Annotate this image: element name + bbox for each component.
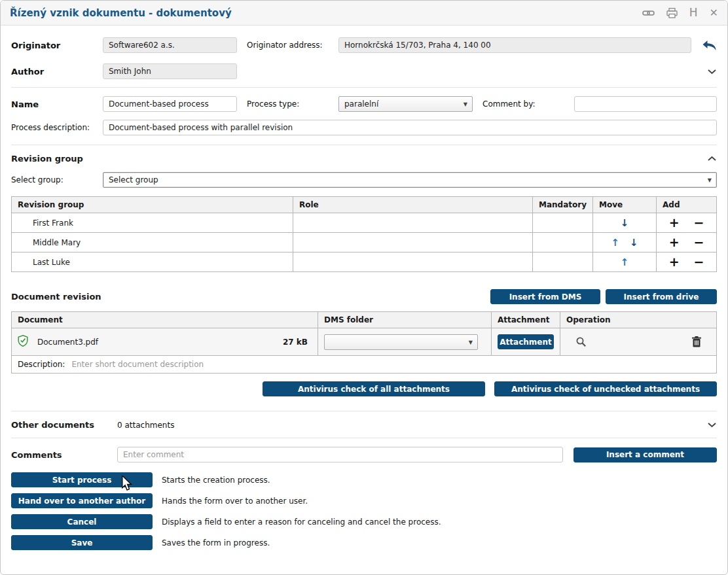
save-button[interactable]: Save	[11, 535, 153, 550]
revision-group-table: Revision group Role Mandatory Move Add F…	[11, 196, 717, 272]
attachment-cell: Attachment	[492, 328, 560, 356]
document-size: 27 kB	[283, 338, 312, 347]
history-icon[interactable]: H	[689, 7, 698, 18]
window: Řízený vznik dokumentu - dokumentový H ✕…	[0, 0, 728, 575]
description-cell: Description:	[12, 356, 717, 374]
cancel-button[interactable]: Cancel	[11, 514, 153, 529]
move-cell: ↑	[593, 253, 657, 272]
chevron-down-icon[interactable]	[707, 422, 717, 428]
hand-over-button[interactable]: Hand over to another author	[11, 493, 153, 508]
name-row: Name Process type: paralelní ▼ Comment b…	[11, 96, 717, 112]
revision-group-header: Revision group	[11, 154, 717, 164]
comments-row: Comments Insert a comment	[11, 447, 717, 462]
remove-icon[interactable]: −	[693, 235, 704, 249]
process-type-select[interactable]: paralelní ▼	[338, 96, 473, 112]
add-cell: + −	[657, 233, 717, 253]
antivirus-buttons-row: Antivirus check of all attachments Antiv…	[11, 381, 717, 396]
member-name: Last Luke	[12, 253, 293, 272]
select-group-value: Select group	[109, 175, 158, 184]
author-label: Author	[11, 67, 103, 77]
dropdown-arrow-icon: ▼	[469, 339, 473, 345]
add-icon[interactable]: +	[669, 254, 680, 269]
dms-folder-dropdown[interactable]: ▼	[324, 334, 478, 350]
move-cell: ↑ ↓	[593, 233, 657, 253]
process-description-input[interactable]	[103, 120, 717, 135]
divider	[11, 145, 717, 145]
document-cell: Document3.pdf 27 kB	[12, 328, 318, 356]
divider	[11, 438, 717, 438]
mandatory-cell	[533, 213, 593, 233]
select-group-label: Select group:	[11, 175, 103, 184]
table-header-row: Document DMS folder Attachment Operation	[12, 312, 717, 328]
action-row: Start process Starts the creation proces…	[11, 472, 717, 487]
start-process-button[interactable]: Start process	[11, 472, 153, 487]
col-mandatory: Mandatory	[533, 197, 593, 213]
comment-input[interactable]	[117, 447, 563, 462]
originator-address-input[interactable]	[338, 37, 691, 53]
move-up-icon[interactable]: ↑	[621, 256, 629, 268]
dropdown-arrow-icon: ▼	[464, 101, 467, 107]
dms-folder-cell: ▼	[318, 328, 492, 356]
link-icon[interactable]	[642, 9, 655, 17]
insert-from-dms-button[interactable]: Insert from DMS	[490, 289, 600, 304]
insert-comment-button[interactable]: Insert a comment	[573, 447, 717, 462]
move-down-icon[interactable]: ↓	[621, 217, 629, 229]
add-cell: + −	[657, 253, 717, 272]
search-icon[interactable]	[575, 336, 587, 347]
originator-address-label: Originator address:	[247, 41, 338, 50]
description-input[interactable]	[71, 360, 710, 369]
add-icon[interactable]: +	[669, 235, 680, 249]
col-role: Role	[293, 197, 533, 213]
attachments-count: 0 attachments	[117, 421, 174, 430]
add-icon[interactable]: +	[669, 215, 680, 230]
chevron-down-icon[interactable]	[707, 69, 717, 75]
col-add: Add	[657, 197, 717, 213]
dropdown-arrow-icon: ▼	[708, 177, 712, 183]
originator-input[interactable]	[103, 37, 237, 53]
col-attachment: Attachment	[492, 312, 560, 328]
role-cell	[293, 213, 533, 233]
mandatory-cell	[533, 253, 593, 272]
member-name: First Frank	[12, 213, 293, 233]
col-move: Move	[593, 197, 657, 213]
undo-icon[interactable]	[702, 40, 717, 51]
action-description: Hands the form over to another user.	[162, 497, 308, 506]
originator-row: Originator Originator address:	[11, 37, 717, 53]
author-row: Author	[11, 63, 717, 79]
document-table: Document DMS folder Attachment Operation…	[11, 311, 717, 374]
process-type-label: Process type:	[247, 99, 338, 109]
actions-section: Start process Starts the creation proces…	[11, 472, 717, 550]
trash-icon[interactable]	[692, 336, 701, 347]
table-row: Last Luke ↑ + −	[12, 253, 717, 272]
process-description-label: Process description:	[11, 123, 103, 132]
divider	[11, 411, 717, 411]
document-row: Document3.pdf 27 kB ▼ Attachment	[12, 328, 717, 356]
action-description: Starts the creation process.	[162, 476, 270, 485]
action-description: Displays a field to enter a reason for c…	[162, 517, 441, 527]
close-icon[interactable]: ✕	[710, 8, 718, 18]
move-up-icon[interactable]: ↑	[611, 237, 620, 249]
antivirus-check-unchecked-button[interactable]: Antivirus check of unchecked attachments	[494, 381, 717, 396]
attachment-button[interactable]: Attachment	[498, 334, 554, 349]
add-cell: + −	[657, 213, 717, 233]
name-input[interactable]	[103, 96, 237, 112]
col-operation: Operation	[560, 312, 717, 328]
process-type-value: paralelní	[344, 99, 378, 109]
chevron-up-icon[interactable]	[707, 156, 717, 162]
move-down-icon[interactable]: ↓	[630, 237, 638, 249]
antivirus-check-all-button[interactable]: Antivirus check of all attachments	[263, 381, 485, 396]
print-icon[interactable]	[666, 8, 678, 18]
move-cell: ↓	[593, 213, 657, 233]
author-input[interactable]	[103, 63, 237, 79]
comment-by-input[interactable]	[574, 96, 717, 112]
action-row: Save Saves the form in progress.	[11, 535, 717, 550]
insert-from-drive-button[interactable]: Insert from drive	[606, 289, 717, 304]
remove-icon[interactable]: −	[693, 254, 704, 269]
select-group-dropdown[interactable]: Select group ▼	[103, 172, 717, 188]
revision-group-title: Revision group	[11, 154, 83, 164]
remove-icon[interactable]: −	[693, 215, 704, 230]
mandatory-cell	[533, 233, 593, 253]
member-name: Middle Mary	[12, 233, 293, 253]
document-filename[interactable]: Document3.pdf	[37, 338, 98, 347]
action-row: Hand over to another author Hands the fo…	[11, 493, 717, 508]
